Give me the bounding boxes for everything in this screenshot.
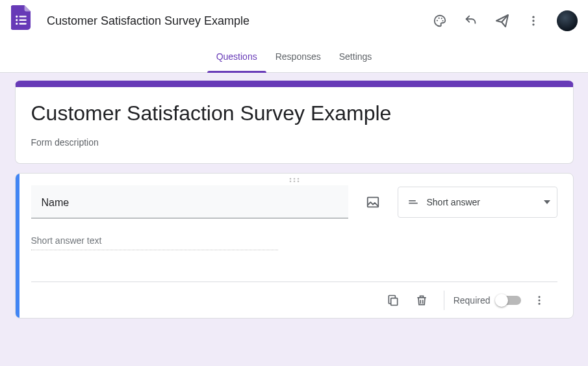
svg-point-9 [442,20,443,21]
copy-icon [387,294,400,307]
palette-icon [433,14,447,28]
svg-point-11 [532,20,534,21]
svg-point-10 [532,16,534,18]
forms-logo-icon[interactable] [10,8,36,34]
svg-rect-3 [19,20,27,21]
svg-point-7 [439,18,440,19]
svg-point-24 [538,299,540,301]
trash-icon [415,294,428,307]
dropdown-caret-icon [544,200,550,204]
header-actions [427,8,578,34]
image-icon [366,195,380,209]
app-header: Customer Satisfaction Survey Example [0,0,588,42]
send-icon [494,13,510,29]
svg-rect-20 [409,200,416,202]
question-card[interactable]: Short answer Short answer text [15,173,574,319]
form-header-card[interactable]: Customer Satisfaction Survey Example For… [15,81,574,164]
svg-point-17 [293,181,295,183]
more-vert-icon [527,14,540,27]
active-card-accent [16,174,19,318]
form-description[interactable]: Form description [31,137,557,148]
svg-point-12 [532,23,534,25]
required-label: Required [454,295,491,306]
svg-rect-21 [409,203,418,204]
svg-rect-5 [19,23,27,24]
duplicate-button[interactable] [380,287,406,313]
footer-separator [444,291,444,310]
question-type-dropdown[interactable]: Short answer [398,187,557,218]
add-image-button[interactable] [360,189,386,215]
svg-point-18 [297,181,299,183]
svg-point-8 [441,18,442,19]
svg-point-25 [538,302,540,304]
undo-icon [464,14,478,28]
svg-point-15 [297,178,299,180]
send-button[interactable] [489,8,515,34]
toggle-knob [495,294,508,307]
question-footer: Required [31,281,557,318]
more-button[interactable] [520,8,546,34]
delete-button[interactable] [409,287,435,313]
customize-theme-button[interactable] [427,8,453,34]
svg-rect-1 [19,16,27,17]
svg-point-2 [16,19,18,21]
drag-handle-icon[interactable] [16,174,573,185]
short-answer-placeholder: Short answer text [31,235,278,250]
tab-questions[interactable]: Questions [207,41,266,72]
form-title[interactable]: Customer Satisfaction Survey Example [31,101,557,125]
svg-point-0 [16,16,18,18]
svg-rect-22 [390,298,397,305]
question-type-label: Short answer [427,197,536,207]
question-more-button[interactable] [526,287,552,313]
undo-button[interactable] [458,8,484,34]
tabs-bar: Questions Responses Settings [0,42,588,73]
svg-point-14 [293,178,295,180]
short-answer-icon [407,196,419,208]
more-vert-icon [533,294,545,306]
document-title[interactable]: Customer Satisfaction Survey Example [47,14,249,28]
form-canvas: Customer Satisfaction Survey Example For… [0,73,588,366]
tab-responses[interactable]: Responses [266,41,330,72]
svg-point-6 [437,20,438,21]
question-title-input[interactable] [31,185,348,218]
account-avatar[interactable] [557,10,578,31]
svg-point-16 [289,181,291,183]
svg-point-13 [289,178,291,180]
svg-point-23 [538,296,540,298]
svg-point-4 [16,23,18,25]
tab-settings[interactable]: Settings [330,41,381,72]
required-toggle[interactable] [497,296,521,305]
